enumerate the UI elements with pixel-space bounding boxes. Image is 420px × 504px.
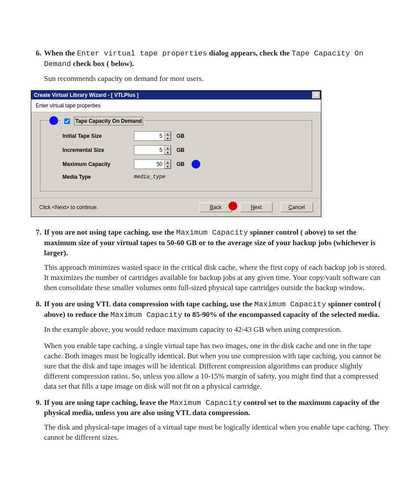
callout-dot-red-next <box>228 202 237 210</box>
step-number: 9. <box>31 398 41 419</box>
step7-follow: This approach minimizes wasted space in … <box>44 263 389 293</box>
initial-tape-size-input[interactable] <box>134 132 164 140</box>
step-number: 6. <box>31 48 41 70</box>
spinner-arrows[interactable]: ▲▼ <box>164 146 171 155</box>
dialog-titlebar: Create Virtual Library Wizard - [ VTLPlu… <box>31 91 321 99</box>
label-incremental: Incremental Size <box>63 147 129 154</box>
chevron-up-icon[interactable]: ▲ <box>165 146 171 150</box>
dialog-title: Create Virtual Library Wizard - [ VTLPlu… <box>34 92 139 99</box>
step9-lead: If you are using tape caching, leave the… <box>44 398 379 417</box>
callout-dot-blue-legend <box>49 116 58 125</box>
step8-follow2: When you enable tape caching, a single v… <box>44 341 389 392</box>
row-incremental-size: Incremental Size ▲▼ GB <box>63 145 298 155</box>
step-7: 7. If you are not using tape caching, us… <box>31 228 389 258</box>
unit-label: GB <box>177 147 184 154</box>
row-media-type: Media Type media_type <box>63 173 298 180</box>
dialog-screenshot: Create Virtual Library Wizard - [ VTLPlu… <box>31 90 321 217</box>
cancel-label-rest: ancel <box>292 204 305 210</box>
chevron-down-icon[interactable]: ▼ <box>165 164 171 169</box>
chevron-down-icon[interactable]: ▼ <box>165 150 171 155</box>
callout-dot-blue-maxcap <box>192 160 200 169</box>
media-type-value: media_type <box>134 173 166 180</box>
fieldset-legend: Tape Capacity On Demand <box>61 117 145 125</box>
legend-label: Tape Capacity On Demand <box>74 117 143 125</box>
chevron-down-icon[interactable]: ▼ <box>165 136 171 140</box>
dialog-button-row: Click <Next> to continue. Back Next Canc… <box>31 198 321 217</box>
spinner-arrows[interactable]: ▲▼ <box>164 132 171 140</box>
step-8: 8. If you are using VTL data compression… <box>31 299 389 320</box>
spinner-arrows[interactable]: ▲▼ <box>164 160 171 169</box>
step6-lead: When the Enter virtual tape properties d… <box>44 49 363 68</box>
step7-lead: If you are not using tape caching, use t… <box>44 228 376 257</box>
incremental-size-input[interactable] <box>134 146 164 155</box>
next-button[interactable]: Next <box>240 202 273 212</box>
step8-lead: If you are using VTL data compression wi… <box>44 300 381 319</box>
label-maxcap: Maximum Capacity <box>63 161 129 168</box>
spinner-initial[interactable]: ▲▼ <box>134 131 171 141</box>
cancel-button[interactable]: Cancel <box>280 202 313 212</box>
unit-label: GB <box>177 161 184 168</box>
step-6: 6. When the Enter virtual tape propertie… <box>31 48 389 70</box>
label-initial: Initial Tape Size <box>63 132 129 140</box>
step-number: 7. <box>31 228 41 258</box>
chevron-up-icon[interactable]: ▲ <box>165 132 171 136</box>
chevron-up-icon[interactable]: ▲ <box>165 160 171 164</box>
spinner-maxcap[interactable]: ▲▼ <box>134 159 171 169</box>
label-mediatype: Media Type <box>63 173 129 180</box>
back-button[interactable]: Back <box>199 202 232 212</box>
tape-capacity-checkbox[interactable] <box>64 118 70 124</box>
spinner-incremental[interactable]: ▲▼ <box>134 145 171 155</box>
step-9: 9. If you are using tape caching, leave … <box>31 398 389 419</box>
step8-follow1: In the example above, you would reduce m… <box>44 325 389 335</box>
back-label-rest: ack <box>214 204 222 210</box>
step9-follow: The disk and physical-tape images of a v… <box>44 423 389 443</box>
dialog-subtitle: Enter virtual tape properties <box>31 99 321 112</box>
row-maximum-capacity: Maximum Capacity ▲▼ GB <box>63 159 298 169</box>
dialog-hint: Click <Next> to continue. <box>39 204 199 211</box>
close-icon[interactable]: ✕ <box>312 92 320 99</box>
maximum-capacity-input[interactable] <box>134 160 164 169</box>
tape-capacity-fieldset: Tape Capacity On Demand Initial Tape Siz… <box>40 120 312 191</box>
row-initial-tape-size: Initial Tape Size ▲▼ GB <box>63 131 298 141</box>
step6-follow: Sun recommends capacity on demand for mo… <box>44 74 389 84</box>
next-label-rest: ext <box>254 204 262 210</box>
step-number: 8. <box>31 299 41 320</box>
unit-label: GB <box>177 132 184 140</box>
